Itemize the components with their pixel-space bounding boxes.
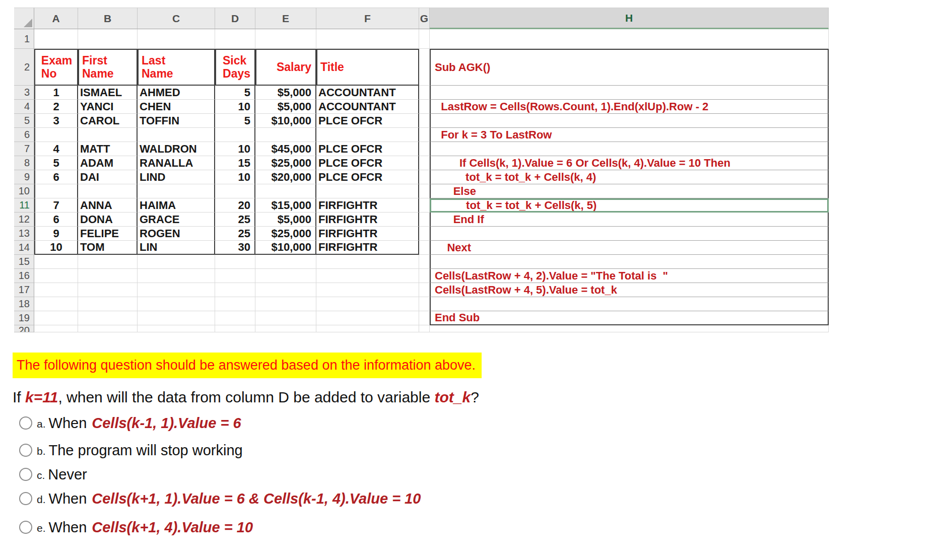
cell-D10[interactable] xyxy=(215,184,255,198)
row-header-18[interactable]: 18 xyxy=(14,297,34,311)
cell-C1[interactable] xyxy=(138,29,215,49)
cell-H12[interactable]: End If xyxy=(430,213,829,227)
cell-G15[interactable] xyxy=(419,255,430,269)
cell-C9[interactable]: LIND xyxy=(138,170,215,184)
cell-G7[interactable] xyxy=(419,142,430,156)
option-c-radio[interactable] xyxy=(19,468,32,481)
cell-A6[interactable] xyxy=(34,128,78,142)
cell-F8[interactable]: PLCE OFCR xyxy=(316,156,419,170)
cell-F19[interactable] xyxy=(316,311,419,325)
cell-F18[interactable] xyxy=(316,297,419,311)
cell-E5[interactable]: $10,000 xyxy=(255,114,316,128)
cell-E16[interactable] xyxy=(255,269,316,283)
cell-H13[interactable] xyxy=(430,227,829,241)
cell-A5[interactable]: 3 xyxy=(34,114,78,128)
cell-D18[interactable] xyxy=(215,297,255,311)
cell-G19[interactable] xyxy=(419,311,430,325)
cell-B18[interactable] xyxy=(78,297,138,311)
cell-B3[interactable]: ISMAEL xyxy=(78,86,138,100)
cell-H18[interactable] xyxy=(430,297,829,311)
cell-D8[interactable]: 15 xyxy=(215,156,255,170)
row-header-11[interactable]: 11 xyxy=(14,198,34,213)
cell-B19[interactable] xyxy=(78,311,138,325)
cell-H5[interactable] xyxy=(430,114,829,128)
cell-C7[interactable]: WALDRON xyxy=(138,142,215,156)
cell-E3[interactable]: $5,000 xyxy=(255,86,316,100)
cell-E11[interactable]: $15,000 xyxy=(255,198,316,213)
cell-G14[interactable] xyxy=(419,241,430,255)
row-header-12[interactable]: 12 xyxy=(14,213,34,227)
cell-A10[interactable] xyxy=(34,184,78,198)
cell-H15[interactable] xyxy=(430,255,829,269)
cell-B7[interactable]: MATT xyxy=(78,142,138,156)
cell-D20[interactable] xyxy=(215,325,255,332)
cell-B17[interactable] xyxy=(78,283,138,297)
cell-B16[interactable] xyxy=(78,269,138,283)
row-header-6[interactable]: 6 xyxy=(14,128,34,142)
cell-D15[interactable] xyxy=(215,255,255,269)
cell-G10[interactable] xyxy=(419,184,430,198)
cell-C20[interactable] xyxy=(138,325,215,332)
option-e[interactable]: e. When Cells(k+1, 4).Value = 10 xyxy=(19,516,421,538)
cell-F9[interactable]: PLCE OFCR xyxy=(316,170,419,184)
cell-H2[interactable]: Sub AGK() xyxy=(430,49,829,86)
column-header-H[interactable]: H xyxy=(430,8,829,29)
cell-C6[interactable] xyxy=(138,128,215,142)
cell-G6[interactable] xyxy=(419,128,430,142)
cell-H17[interactable]: Cells(LastRow + 4, 5).Value = tot_k xyxy=(430,283,829,297)
cell-F1[interactable] xyxy=(316,29,419,49)
cell-G8[interactable] xyxy=(419,156,430,170)
cell-H9[interactable]: tot_k = tot_k + Cells(k, 4) xyxy=(430,170,829,184)
cell-F7[interactable]: PLCE OFCR xyxy=(316,142,419,156)
cell-F10[interactable] xyxy=(316,184,419,198)
row-header-7[interactable]: 7 xyxy=(14,142,34,156)
cell-B6[interactable] xyxy=(78,128,138,142)
row-header-1[interactable]: 1 xyxy=(14,29,34,49)
cell-H6[interactable]: For k = 3 To LastRow xyxy=(430,128,829,142)
cell-A15[interactable] xyxy=(34,255,78,269)
row-header-2[interactable]: 2 xyxy=(14,49,34,86)
cell-G20[interactable] xyxy=(419,325,430,332)
cell-G13[interactable] xyxy=(419,227,430,241)
cell-E15[interactable] xyxy=(255,255,316,269)
cell-F5[interactable]: PLCE OFCR xyxy=(316,114,419,128)
cell-G16[interactable] xyxy=(419,269,430,283)
column-header-E[interactable]: E xyxy=(255,8,316,29)
row-header-15[interactable]: 15 xyxy=(14,255,34,269)
cell-F12[interactable]: FIRFIGHTR xyxy=(316,213,419,227)
cell-F6[interactable] xyxy=(316,128,419,142)
cell-E8[interactable]: $25,000 xyxy=(255,156,316,170)
cell-E4[interactable]: $5,000 xyxy=(255,100,316,114)
row-header-20[interactable]: 20 xyxy=(14,325,34,332)
column-header-D[interactable]: D xyxy=(215,8,255,29)
cell-D11[interactable]: 20 xyxy=(215,198,255,213)
cell-H10[interactable]: Else xyxy=(430,184,829,198)
column-header-G[interactable]: G xyxy=(419,8,430,29)
cell-F20[interactable] xyxy=(316,325,419,332)
cell-D13[interactable]: 25 xyxy=(215,227,255,241)
row-header-19[interactable]: 19 xyxy=(14,311,34,325)
row-header-8[interactable]: 8 xyxy=(14,156,34,170)
row-header-3[interactable]: 3 xyxy=(14,86,34,100)
cell-B9[interactable]: DAI xyxy=(78,170,138,184)
cell-F14[interactable]: FIRFIGHTR xyxy=(316,241,419,255)
option-a[interactable]: a. When Cells(k-1, 1).Value = 6 xyxy=(19,412,421,434)
cell-B20[interactable] xyxy=(78,325,138,332)
cell-E19[interactable] xyxy=(255,311,316,325)
cell-B13[interactable]: FELIPE xyxy=(78,227,138,241)
cell-G17[interactable] xyxy=(419,283,430,297)
cell-G5[interactable] xyxy=(419,114,430,128)
cell-D16[interactable] xyxy=(215,269,255,283)
cell-B14[interactable]: TOM xyxy=(78,241,138,255)
cell-C5[interactable]: TOFFIN xyxy=(138,114,215,128)
cell-A20[interactable] xyxy=(34,325,78,332)
row-header-10[interactable]: 10 xyxy=(14,184,34,198)
cell-D5[interactable]: 5 xyxy=(215,114,255,128)
cell-F11[interactable]: FIRFIGHTR xyxy=(316,198,419,213)
cell-G9[interactable] xyxy=(419,170,430,184)
cell-E17[interactable] xyxy=(255,283,316,297)
column-header-B[interactable]: B xyxy=(78,8,138,29)
option-d-radio[interactable] xyxy=(19,492,32,505)
cell-A4[interactable]: 2 xyxy=(34,100,78,114)
option-d[interactable]: d. When Cells(k+1, 1).Value = 6 & Cells(… xyxy=(19,487,421,510)
